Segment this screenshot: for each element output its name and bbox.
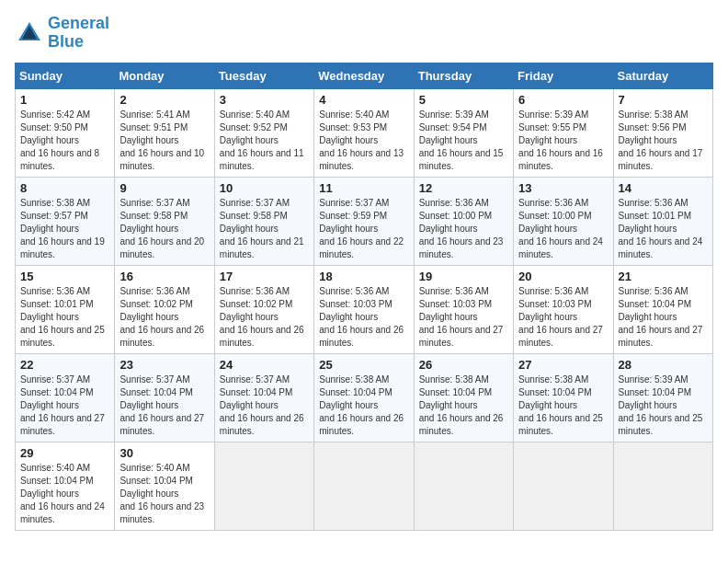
- calendar-cell: 19 Sunrise: 5:36 AM Sunset: 10:03 PM Day…: [414, 265, 513, 353]
- calendar-cell: 5 Sunrise: 5:39 AM Sunset: 9:54 PM Dayli…: [414, 88, 513, 177]
- weekday-header-friday: Friday: [514, 63, 613, 88]
- day-number: 27: [518, 358, 608, 372]
- calendar-cell: 24 Sunrise: 5:37 AM Sunset: 10:04 PM Day…: [214, 353, 313, 442]
- day-number: 23: [119, 358, 209, 372]
- day-number: 10: [220, 181, 309, 195]
- calendar-cell: 22 Sunrise: 5:37 AM Sunset: 10:04 PM Day…: [16, 353, 115, 442]
- day-number: 25: [319, 358, 408, 372]
- weekday-header-wednesday: Wednesday: [314, 63, 414, 88]
- day-detail: Sunrise: 5:37 AM Sunset: 10:04 PM Daylig…: [220, 373, 309, 438]
- day-detail: Sunrise: 5:38 AM Sunset: 10:04 PM Daylig…: [319, 373, 408, 438]
- day-detail: Sunrise: 5:40 AM Sunset: 10:04 PM Daylig…: [119, 462, 209, 526]
- logo: General Blue: [15, 15, 109, 52]
- day-detail: Sunrise: 5:41 AM Sunset: 9:51 PM Dayligh…: [119, 109, 209, 173]
- weekday-header-monday: Monday: [115, 63, 214, 88]
- calendar-cell: 27 Sunrise: 5:38 AM Sunset: 10:04 PM Day…: [514, 353, 613, 442]
- calendar-cell: 20 Sunrise: 5:36 AM Sunset: 10:03 PM Day…: [514, 265, 613, 353]
- day-number: 8: [20, 181, 109, 195]
- day-detail: Sunrise: 5:38 AM Sunset: 10:04 PM Daylig…: [419, 373, 508, 438]
- calendar-cell: 12 Sunrise: 5:36 AM Sunset: 10:00 PM Day…: [414, 177, 513, 265]
- calendar-cell: 17 Sunrise: 5:36 AM Sunset: 10:02 PM Day…: [214, 265, 313, 353]
- day-detail: Sunrise: 5:37 AM Sunset: 9:58 PM Dayligh…: [220, 197, 309, 261]
- logo-icon: [15, 18, 44, 48]
- calendar-cell: 28 Sunrise: 5:39 AM Sunset: 10:04 PM Day…: [613, 353, 712, 442]
- weekday-header-saturday: Saturday: [613, 63, 712, 88]
- day-number: 5: [419, 93, 508, 107]
- calendar-cell: 16 Sunrise: 5:36 AM Sunset: 10:02 PM Day…: [115, 265, 214, 353]
- day-number: 24: [220, 358, 309, 372]
- day-detail: Sunrise: 5:36 AM Sunset: 10:03 PM Daylig…: [419, 285, 508, 350]
- calendar-cell: 25 Sunrise: 5:38 AM Sunset: 10:04 PM Day…: [314, 353, 414, 442]
- day-number: 7: [619, 93, 708, 107]
- day-number: 20: [518, 270, 608, 283]
- day-number: 17: [220, 270, 309, 283]
- calendar-cell: 15 Sunrise: 5:36 AM Sunset: 10:01 PM Day…: [16, 265, 115, 353]
- day-detail: Sunrise: 5:39 AM Sunset: 9:54 PM Dayligh…: [419, 109, 508, 173]
- day-detail: Sunrise: 5:36 AM Sunset: 10:00 PM Daylig…: [419, 197, 508, 261]
- day-number: 14: [619, 181, 708, 195]
- day-detail: Sunrise: 5:39 AM Sunset: 10:04 PM Daylig…: [619, 373, 708, 438]
- day-detail: Sunrise: 5:37 AM Sunset: 9:59 PM Dayligh…: [319, 197, 408, 261]
- logo-text-line1: General: [48, 15, 109, 33]
- calendar-cell: 3 Sunrise: 5:40 AM Sunset: 9:52 PM Dayli…: [214, 88, 313, 177]
- day-detail: Sunrise: 5:36 AM Sunset: 10:00 PM Daylig…: [518, 197, 608, 261]
- calendar-cell: 8 Sunrise: 5:38 AM Sunset: 9:57 PM Dayli…: [16, 177, 115, 265]
- weekday-header-sunday: Sunday: [16, 63, 115, 88]
- day-detail: Sunrise: 5:40 AM Sunset: 9:52 PM Dayligh…: [220, 109, 309, 173]
- day-number: 11: [319, 181, 408, 195]
- calendar-cell: [214, 442, 313, 530]
- calendar-cell: 14 Sunrise: 5:36 AM Sunset: 10:01 PM Day…: [613, 177, 712, 265]
- calendar-cell: 4 Sunrise: 5:40 AM Sunset: 9:53 PM Dayli…: [314, 88, 414, 177]
- weekday-header-thursday: Thursday: [414, 63, 513, 88]
- day-detail: Sunrise: 5:40 AM Sunset: 10:04 PM Daylig…: [20, 462, 109, 526]
- calendar-cell: 2 Sunrise: 5:41 AM Sunset: 9:51 PM Dayli…: [115, 88, 214, 177]
- calendar-cell: 18 Sunrise: 5:36 AM Sunset: 10:03 PM Day…: [314, 265, 414, 353]
- day-number: 12: [419, 181, 508, 195]
- calendar-cell: 29 Sunrise: 5:40 AM Sunset: 10:04 PM Day…: [16, 442, 115, 530]
- calendar-cell: 1 Sunrise: 5:42 AM Sunset: 9:50 PM Dayli…: [16, 88, 115, 177]
- day-number: 19: [419, 270, 508, 283]
- calendar-cell: 6 Sunrise: 5:39 AM Sunset: 9:55 PM Dayli…: [514, 88, 613, 177]
- day-detail: Sunrise: 5:36 AM Sunset: 10:01 PM Daylig…: [619, 197, 708, 261]
- calendar-cell: 10 Sunrise: 5:37 AM Sunset: 9:58 PM Dayl…: [214, 177, 313, 265]
- day-number: 1: [20, 93, 109, 107]
- weekday-header-tuesday: Tuesday: [214, 63, 313, 88]
- calendar-cell: 23 Sunrise: 5:37 AM Sunset: 10:04 PM Day…: [115, 353, 214, 442]
- day-number: 16: [119, 270, 209, 283]
- day-number: 21: [619, 270, 708, 283]
- calendar-cell: [414, 442, 513, 530]
- calendar-cell: 26 Sunrise: 5:38 AM Sunset: 10:04 PM Day…: [414, 353, 513, 442]
- day-number: 3: [220, 93, 309, 107]
- calendar-cell: 11 Sunrise: 5:37 AM Sunset: 9:59 PM Dayl…: [314, 177, 414, 265]
- calendar-cell: [514, 442, 613, 530]
- day-number: 13: [518, 181, 608, 195]
- day-number: 4: [319, 93, 408, 107]
- calendar-table: SundayMondayTuesdayWednesdayThursdayFrid…: [15, 63, 713, 531]
- logo-text-line2: Blue: [48, 33, 109, 52]
- day-detail: Sunrise: 5:36 AM Sunset: 10:02 PM Daylig…: [119, 285, 209, 350]
- day-number: 6: [518, 93, 608, 107]
- calendar-cell: [314, 442, 414, 530]
- day-number: 26: [419, 358, 508, 372]
- day-number: 28: [619, 358, 708, 372]
- calendar-cell: 21 Sunrise: 5:36 AM Sunset: 10:04 PM Day…: [613, 265, 712, 353]
- day-detail: Sunrise: 5:37 AM Sunset: 10:04 PM Daylig…: [119, 373, 209, 438]
- day-detail: Sunrise: 5:42 AM Sunset: 9:50 PM Dayligh…: [20, 109, 109, 173]
- day-number: 15: [20, 270, 109, 283]
- day-detail: Sunrise: 5:40 AM Sunset: 9:53 PM Dayligh…: [319, 109, 408, 173]
- calendar-cell: 7 Sunrise: 5:38 AM Sunset: 9:56 PM Dayli…: [613, 88, 712, 177]
- day-detail: Sunrise: 5:38 AM Sunset: 9:57 PM Dayligh…: [20, 197, 109, 261]
- calendar-cell: 9 Sunrise: 5:37 AM Sunset: 9:58 PM Dayli…: [115, 177, 214, 265]
- day-number: 9: [119, 181, 209, 195]
- day-number: 22: [20, 358, 109, 372]
- day-number: 29: [20, 446, 109, 460]
- page-header: General Blue: [15, 15, 713, 52]
- calendar-cell: 13 Sunrise: 5:36 AM Sunset: 10:00 PM Day…: [514, 177, 613, 265]
- day-number: 18: [319, 270, 408, 283]
- day-detail: Sunrise: 5:37 AM Sunset: 10:04 PM Daylig…: [20, 373, 109, 438]
- day-detail: Sunrise: 5:36 AM Sunset: 10:03 PM Daylig…: [319, 285, 408, 350]
- day-detail: Sunrise: 5:38 AM Sunset: 10:04 PM Daylig…: [518, 373, 608, 438]
- day-detail: Sunrise: 5:37 AM Sunset: 9:58 PM Dayligh…: [119, 197, 209, 261]
- day-number: 2: [119, 93, 209, 107]
- calendar-cell: [613, 442, 712, 530]
